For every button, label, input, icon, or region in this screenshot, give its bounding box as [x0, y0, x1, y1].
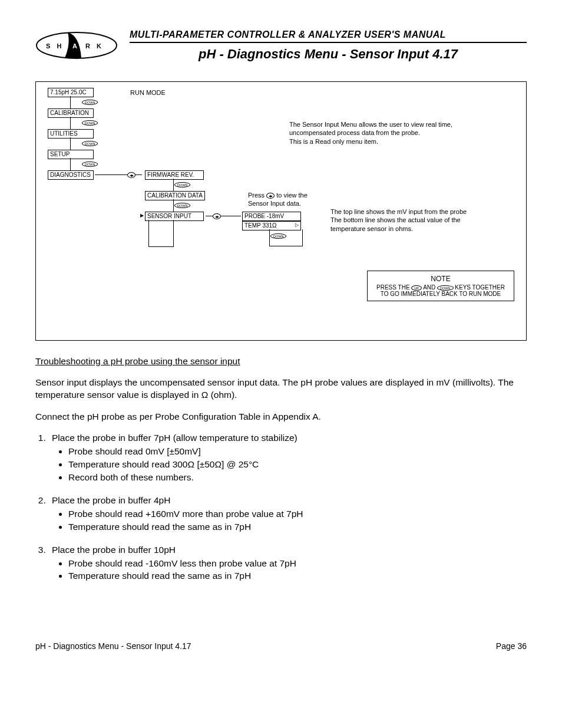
troubleshooting-heading: Troubleshooting a pH probe using the sen… — [35, 356, 240, 366]
run-mode-label: RUN MODE — [130, 89, 166, 96]
list-item: Temperature should read 300Ω [±50Ω] @ 25… — [68, 459, 527, 471]
lcd-firmware: FIRMWARE REV. — [145, 170, 204, 180]
step-3: Place the probe in buffer 10pH Probe sho… — [48, 544, 527, 583]
page-header: S H A R K MULTI-PARAMETER CONTROLLER & A… — [35, 29, 527, 64]
footer-right: Page 36 — [496, 641, 527, 651]
note-title: NOTE — [372, 275, 509, 283]
svg-text:R K: R K — [85, 42, 104, 50]
diagram-desc-2: The top line shows the mV input from the… — [330, 207, 490, 233]
down-icon: DOWN — [82, 162, 98, 167]
chevron-right-icon: ▶ — [140, 213, 144, 218]
step-1: Place the probe in buffer 7pH (allow tem… — [48, 432, 527, 484]
body-paragraph-1: Sensor input displays the uncompensated … — [35, 377, 527, 401]
note-box: NOTE PRESS THE UP AND DOWN KEYS TOGETHER… — [367, 271, 514, 301]
list-item: Probe should read -160mV less then probe… — [68, 558, 527, 570]
list-item: Record both of these numbers. — [68, 472, 527, 484]
down-icon: DOWN — [437, 285, 453, 291]
svg-text:A: A — [72, 42, 77, 50]
list-item: Probe should read +160mV more than probe… — [68, 508, 527, 521]
lcd-sensor-input: SENSOR INPUT — [145, 212, 204, 221]
down-icon: DOWN — [82, 141, 98, 146]
lcd-setup: SETUP — [48, 150, 94, 159]
down-icon: DOWN — [270, 233, 286, 239]
steps-list: Place the probe in buffer 7pH (allow tem… — [35, 432, 527, 582]
footer-left: pH - Diagnostics Menu - Sensor Input 4.1… — [35, 641, 191, 651]
down-icon: DOWN — [82, 120, 98, 126]
up-icon: UP — [411, 285, 422, 291]
lcd-temp: TEMP 331Ω ▷ — [242, 221, 301, 230]
left-right-icon: ◂▸ — [213, 213, 221, 219]
svg-text:S H: S H — [46, 42, 64, 50]
body-content: Troubleshooting a pH probe using the sen… — [35, 355, 527, 582]
chevron-right-icon: ▷ — [295, 222, 299, 228]
shark-logo: S H A R K — [35, 29, 118, 64]
step-2: Place the probe in buffer 4pH Probe shou… — [48, 495, 527, 533]
page-footer: pH - Diagnostics Menu - Sensor Input 4.1… — [35, 641, 527, 651]
left-right-icon: ◂▸ — [127, 172, 135, 178]
body-paragraph-2: Connect the pH probe as per Probe Config… — [35, 411, 527, 423]
diagram-press-instruction: Press ◂▸ to view the Sensor Input data. — [248, 191, 325, 208]
lcd-reading: 7.15pH 25.0C — [48, 88, 94, 97]
list-item: Temperature should read the same as in 7… — [68, 521, 527, 533]
diagram-desc-1: The Sensor Input Menu allows the user to… — [289, 120, 484, 146]
lcd-caldata: CALIBRATION DATA — [145, 191, 205, 200]
left-right-icon: ◂▸ — [266, 193, 275, 199]
lcd-probe: PROBE -18mV — [242, 212, 301, 221]
lcd-calibration: CALIBRATION — [48, 108, 94, 118]
down-icon: DOWN — [174, 182, 190, 187]
lcd-utilities: UTILITIES — [48, 129, 94, 139]
page-title: pH - Diagnostics Menu - Sensor Input 4.1… — [130, 47, 527, 62]
down-icon: DOWN — [174, 203, 190, 208]
list-item: Probe should read 0mV [±50mV] — [68, 446, 527, 458]
down-icon: DOWN — [82, 100, 98, 105]
list-item: Temperature should read the same as in 7… — [68, 570, 527, 582]
manual-title: MULTI-PARAMETER CONTROLLER & ANALYZER US… — [130, 29, 527, 43]
menu-flow-diagram: 7.15pH 25.0C RUN MODE DOWN CALIBRATION D… — [35, 81, 527, 341]
lcd-diagnostics: DIAGNOSTICS — [48, 170, 94, 180]
